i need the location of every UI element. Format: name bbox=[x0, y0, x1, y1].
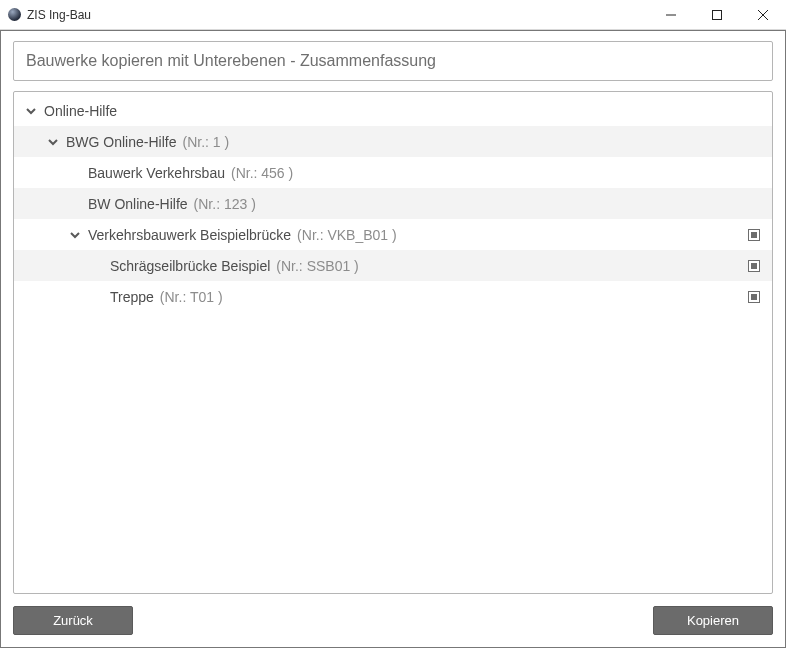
tree-row[interactable]: Schrägseilbrücke Beispiel(Nr.: SSB01 ) bbox=[14, 250, 772, 281]
window-controls bbox=[648, 0, 786, 29]
tree-view[interactable]: Online-HilfeBWG Online-Hilfe(Nr.: 1 )Bau… bbox=[13, 91, 773, 594]
tree-item-nr: (Nr.: 123 ) bbox=[194, 196, 256, 212]
tree-item-label: BW Online-Hilfe bbox=[88, 196, 188, 212]
chevron-down-icon[interactable] bbox=[46, 135, 60, 149]
chevron-down-icon[interactable] bbox=[68, 228, 82, 242]
tree-item-nr: (Nr.: 456 ) bbox=[231, 165, 293, 181]
maximize-button[interactable] bbox=[694, 0, 740, 29]
tree-item-label: Schrägseilbrücke Beispiel bbox=[110, 258, 270, 274]
minimize-button[interactable] bbox=[648, 0, 694, 29]
tree-row[interactable]: BWG Online-Hilfe(Nr.: 1 ) bbox=[14, 126, 772, 157]
tree-item-nr: (Nr.: T01 ) bbox=[160, 289, 223, 305]
tree-item-nr: (Nr.: VKB_B01 ) bbox=[297, 227, 397, 243]
tree-item-label: Bauwerk Verkehrsbau bbox=[88, 165, 225, 181]
close-button[interactable] bbox=[740, 0, 786, 29]
tree-row[interactable]: Bauwerk Verkehrsbau(Nr.: 456 ) bbox=[14, 157, 772, 188]
row-checkbox[interactable] bbox=[748, 260, 760, 272]
tree-item-label: Verkehrsbauwerk Beispielbrücke bbox=[88, 227, 291, 243]
tree-item-label: Online-Hilfe bbox=[44, 103, 117, 119]
chevron-down-icon[interactable] bbox=[24, 104, 38, 118]
row-checkbox[interactable] bbox=[748, 229, 760, 241]
copy-button[interactable]: Kopieren bbox=[653, 606, 773, 635]
tree-row[interactable]: Verkehrsbauwerk Beispielbrücke(Nr.: VKB_… bbox=[14, 219, 772, 250]
back-button[interactable]: Zurück bbox=[13, 606, 133, 635]
page-title: Bauwerke kopieren mit Unterebenen - Zusa… bbox=[26, 52, 436, 69]
titlebar: ZIS Ing-Bau bbox=[0, 0, 786, 30]
svg-rect-1 bbox=[713, 10, 722, 19]
tree-row[interactable]: Treppe(Nr.: T01 ) bbox=[14, 281, 772, 312]
client-area: Bauwerke kopieren mit Unterebenen - Zusa… bbox=[0, 30, 786, 648]
app-icon bbox=[8, 8, 21, 21]
window-title: ZIS Ing-Bau bbox=[27, 8, 648, 22]
row-checkbox[interactable] bbox=[748, 291, 760, 303]
tree-row[interactable]: BW Online-Hilfe(Nr.: 123 ) bbox=[14, 188, 772, 219]
tree-item-nr: (Nr.: 1 ) bbox=[182, 134, 229, 150]
tree-item-label: Treppe bbox=[110, 289, 154, 305]
tree-row[interactable]: Online-Hilfe bbox=[14, 95, 772, 126]
page-header: Bauwerke kopieren mit Unterebenen - Zusa… bbox=[13, 41, 773, 81]
footer: Zurück Kopieren bbox=[13, 606, 773, 635]
tree-item-label: BWG Online-Hilfe bbox=[66, 134, 176, 150]
tree-item-nr: (Nr.: SSB01 ) bbox=[276, 258, 358, 274]
